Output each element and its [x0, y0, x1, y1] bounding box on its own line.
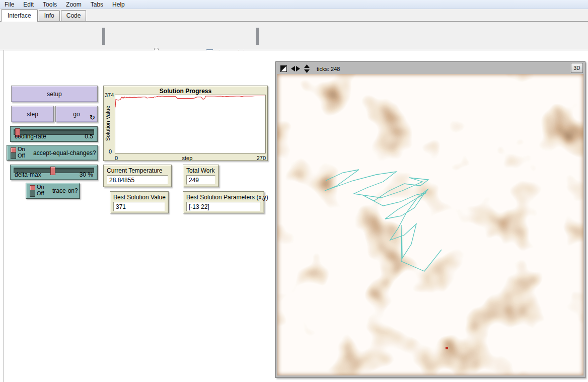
solution-progress-line	[115, 96, 265, 108]
trace-on-label: trace-on?	[52, 183, 78, 198]
plot-ylabel: Solution Value	[105, 101, 111, 146]
tab-code[interactable]: Code	[61, 10, 87, 21]
solution-progress-plot: Solution Progress 374 Solution Value 0 0…	[103, 86, 268, 161]
tab-interface[interactable]: Interface	[1, 9, 38, 22]
total-work-monitor: Total Work 249	[183, 165, 219, 187]
menu-zoom[interactable]: Zoom	[61, 0, 86, 9]
setup-button-label: setup	[47, 91, 61, 98]
switch-handle[interactable]	[30, 185, 35, 190]
3d-button-label: 3D	[574, 65, 580, 71]
go-button-label: go	[73, 111, 80, 118]
delta-max-value: 30 %	[80, 171, 93, 178]
setup-button[interactable]: setup	[11, 86, 98, 102]
monitor-value: [-13 22]	[186, 202, 261, 211]
world-canvas[interactable]	[277, 74, 583, 375]
world-view: ticks: 248 3D	[275, 61, 585, 378]
menu-bar: File Edit Tools Zoom Tabs Help	[0, 0, 588, 9]
accept-equal-changes-label: accept-equal-changes?	[33, 145, 96, 160]
world-view-header: ticks: 248 3D	[277, 63, 583, 74]
go-button[interactable]: go ↻	[55, 106, 98, 122]
monitor-label: Best Solution Parameters (x,y)	[186, 194, 268, 201]
monitor-value: 249	[186, 175, 215, 185]
cooling-rate-label: cooling-rate	[15, 133, 46, 140]
menu-help[interactable]: Help	[108, 0, 129, 9]
plot-ymax-tick: 374	[105, 92, 114, 98]
toolbar-separator	[102, 28, 105, 45]
menu-file[interactable]: File	[0, 0, 19, 9]
ticks-counter: ticks: 248	[317, 66, 340, 72]
switch-off-label: Off	[37, 190, 44, 197]
monitor-value: 28.84855	[107, 175, 168, 185]
switch-track	[11, 147, 16, 159]
accept-equal-changes-switch[interactable]: On Off accept-equal-changes?	[7, 145, 98, 161]
menu-tabs[interactable]: Tabs	[86, 0, 108, 9]
best-solution-value-monitor: Best Solution Value 371	[110, 191, 169, 213]
vertical-arrows-icon[interactable]	[304, 64, 310, 73]
toolbar-separator	[256, 28, 259, 45]
trace-layer	[277, 74, 583, 375]
plot-xmin-tick: 0	[115, 155, 118, 161]
delta-max-slider[interactable]: delta-max 30 %	[10, 165, 98, 180]
cooling-rate-slider[interactable]: cooling-rate 0.5	[10, 126, 98, 142]
plot-xlabel: step	[182, 155, 192, 161]
plot-ymin-tick: 0	[109, 148, 112, 155]
monitor-value: 371	[113, 202, 165, 211]
tab-bar: Interface Info Code	[0, 9, 588, 22]
switch-off-label: Off	[18, 152, 25, 159]
current-temperature-monitor: Current Temperature 28.84855	[103, 165, 172, 187]
switch-track	[30, 185, 35, 197]
forever-icon: ↻	[90, 114, 95, 121]
menu-tools[interactable]: Tools	[38, 0, 61, 9]
interface-canvas: setup step go ↻ cooling-rate 0.5 On Off …	[0, 50, 588, 382]
switch-on-label: On	[37, 184, 44, 190]
switch-on-label: On	[18, 146, 25, 152]
plot-title: Solution Progress	[104, 88, 267, 95]
best-solution-params-monitor: Best Solution Parameters (x,y) [-13 22]	[183, 191, 264, 213]
switch-handle[interactable]	[11, 147, 16, 152]
plot-canvas	[115, 95, 266, 154]
menu-edit[interactable]: Edit	[19, 0, 38, 9]
monitor-label: Current Temperature	[107, 167, 163, 174]
monitor-label: Best Solution Value	[113, 194, 166, 201]
tab-info[interactable]: Info	[39, 10, 60, 21]
toolbar: Edit Delete Add abc Button ▼ normal spee	[0, 22, 588, 50]
horizontal-arrows-icon[interactable]	[291, 66, 300, 71]
trace-on-switch[interactable]: On Off trace-on?	[26, 183, 80, 199]
step-button[interactable]: step	[11, 106, 54, 122]
current-solution-marker	[446, 347, 448, 349]
panel-divider	[4, 50, 4, 382]
resize-world-icon[interactable]	[280, 65, 287, 72]
3d-button[interactable]: 3D	[571, 63, 583, 73]
search-trace-path	[325, 170, 442, 271]
delta-max-label: delta-max	[15, 171, 41, 178]
cooling-rate-value: 0.5	[85, 133, 93, 140]
plot-xmax-tick: 270	[257, 155, 266, 161]
monitor-label: Total Work	[186, 167, 214, 174]
step-button-label: step	[27, 111, 38, 118]
